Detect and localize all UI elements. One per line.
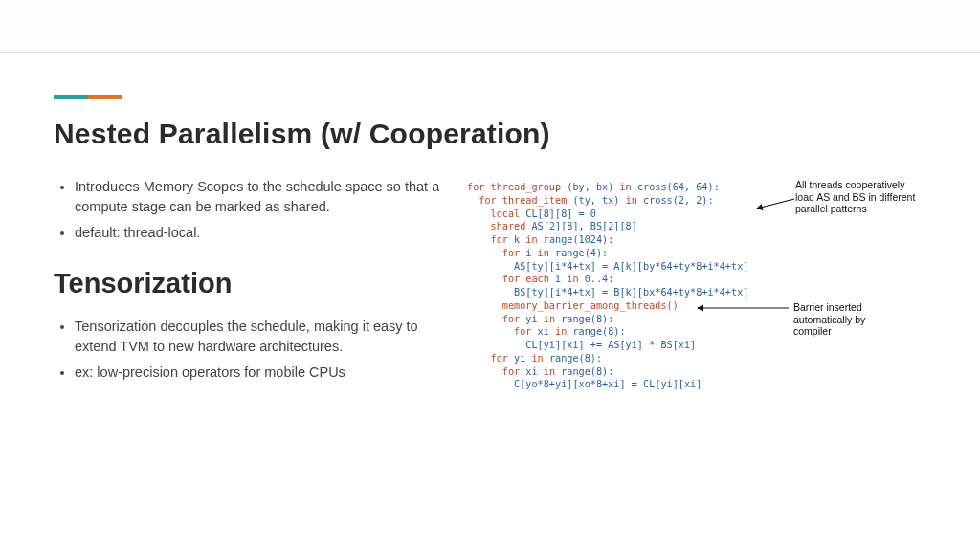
annotation-coop-load: All threads cooperatively load AS and BS… bbox=[795, 179, 920, 215]
bullet-list-b: Tensorization decouples the schedule, ma… bbox=[54, 317, 456, 383]
right-column: for thread_group (by, bx) in cross(64, 6… bbox=[467, 177, 926, 408]
list-item: default: thread-local. bbox=[75, 223, 456, 243]
page-title: Nested Parallelism (w/ Cooperation) bbox=[54, 118, 926, 150]
list-item: Tensorization decouples the schedule, ma… bbox=[75, 317, 456, 357]
accent-rule bbox=[54, 95, 122, 99]
left-column: Introduces Memory Scopes to the schedule… bbox=[54, 177, 456, 408]
app-topbar bbox=[0, 0, 980, 53]
list-item: ex: low-precision operators for mobile C… bbox=[75, 363, 456, 383]
content-row: Introduces Memory Scopes to the schedule… bbox=[54, 177, 926, 408]
section-subhead: Tensorization bbox=[54, 268, 456, 299]
bullet-list-a: Introduces Memory Scopes to the schedule… bbox=[54, 177, 456, 243]
slide: Nested Parallelism (w/ Cooperation) Intr… bbox=[0, 53, 980, 551]
annotation-barrier: Barrier inserted automatically by compil… bbox=[793, 301, 899, 338]
list-item: Introduces Memory Scopes to the schedule… bbox=[75, 177, 456, 217]
